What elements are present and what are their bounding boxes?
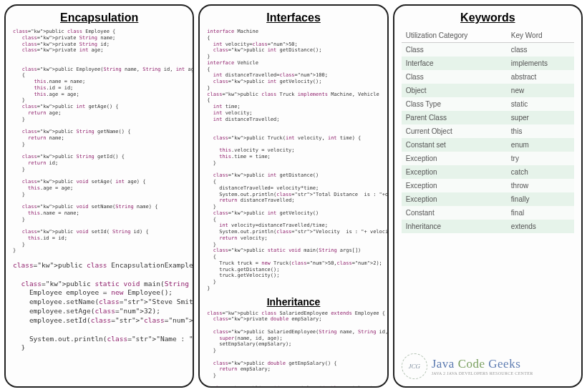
cell-category: Class [402,43,507,57]
inheritance-code: class="kw">public class SalariedEmployee… [207,310,379,388]
cell-keyword: implements [507,57,574,70]
table-row: Current Objectthis [402,124,574,138]
encapsulation-code-1: class="kw">public class Employee { class… [13,29,185,254]
table-row: Parent Classsuper [402,111,574,124]
cell-keyword: catch [507,165,574,179]
cell-keyword: static [507,97,574,111]
cell-category: Class [402,70,507,84]
cell-keyword: extends [507,220,574,233]
cell-keyword: super [507,111,574,124]
cell-category: Interface [402,57,507,70]
cell-category: Class Type [402,97,507,111]
keywords-header-keyword: Key Word [507,29,574,43]
cell-category: Constant set [402,138,507,152]
keywords-table: Utilization Category Key Word Classclass… [402,29,574,233]
table-row: Classclass [402,43,574,57]
keywords-title: Keywords [402,11,574,24]
table-row: Inheritanceextends [402,220,574,233]
logo: JCG Java Code Geeks JAVA 2 JAVA DEVELOPE… [402,353,574,379]
cell-category: Inheritance [402,220,507,233]
cell-category: Current Object [402,124,507,138]
table-row: Constantfinal [402,206,574,220]
table-row: Exceptioncatch [402,165,574,179]
cell-keyword: enum [507,138,574,152]
inheritance-title: Inheritance [207,296,379,308]
panel-keywords: Keywords Utilization Category Key Word C… [393,4,583,388]
cell-keyword: this [507,124,574,138]
table-row: Interfaceimplements [402,57,574,70]
logo-badge-icon: JCG [402,353,427,379]
table-row: Exceptionfinally [402,192,574,206]
panel-encapsulation: Encapsulation class="kw">public class Em… [4,4,194,388]
table-row: Class Typestatic [402,97,574,111]
cell-category: Exception [402,165,507,179]
table-row: Classabstract [402,70,574,84]
cell-category: Object [402,84,507,97]
panel-interfaces: Interfaces interface Machine { int veloc… [198,4,388,388]
interfaces-code: interface Machine { int velocity=class="… [207,29,379,292]
cell-keyword: finally [507,192,574,206]
encapsulation-title: Encapsulation [13,11,185,24]
encapsulation-code-2: class="kw">public class EncapsulationExa… [13,261,185,353]
cell-keyword: abstract [507,70,574,84]
cell-keyword: new [507,84,574,97]
logo-word-java: Java [432,357,458,371]
cell-category: Exception [402,152,507,165]
cell-keyword: try [507,152,574,165]
table-row: Objectnew [402,84,574,97]
logo-text: Java Code Geeks JAVA 2 JAVA DEVELOPERS R… [432,357,533,376]
cell-category: Parent Class [402,111,507,124]
logo-word-code: Code [458,357,489,371]
cell-category: Constant [402,206,507,220]
cell-keyword: class [507,43,574,57]
cell-category: Exception [402,192,507,206]
keywords-header-category: Utilization Category [402,29,507,43]
table-row: Exceptiontry [402,152,574,165]
logo-word-geeks: Geeks [488,357,520,371]
logo-subtitle: JAVA 2 JAVA DEVELOPERS RESOURCE CENTER [432,371,533,376]
cell-keyword: final [507,206,574,220]
cell-category: Exception [402,179,507,192]
table-row: Exceptionthrow [402,179,574,192]
table-row: Constant setenum [402,138,574,152]
cell-keyword: throw [507,179,574,192]
interfaces-title: Interfaces [207,11,379,24]
